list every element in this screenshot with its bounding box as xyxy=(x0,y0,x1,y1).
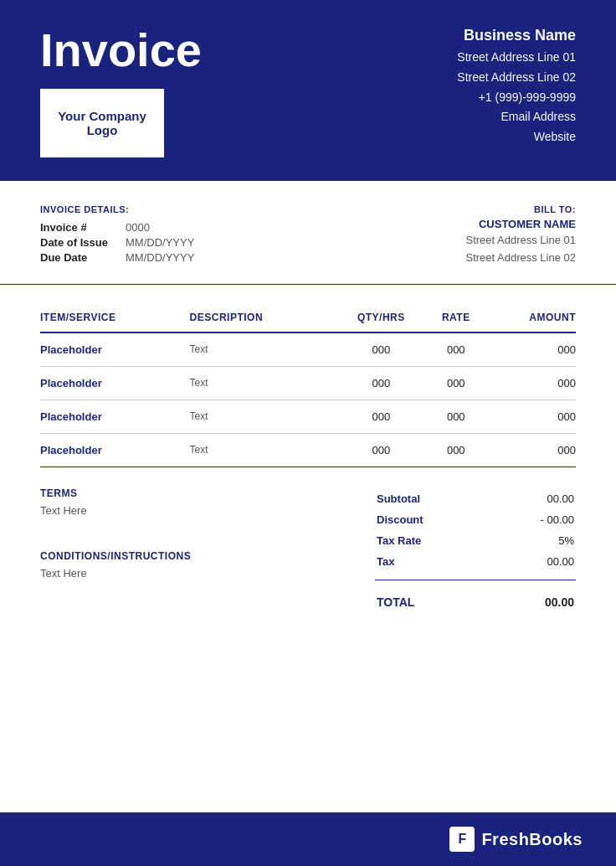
row-desc-0: Text xyxy=(190,332,335,367)
conditions-title: CONDITIONS/INSTRUCTIONS xyxy=(40,550,341,562)
page-footer: F FreshBooks xyxy=(0,812,616,866)
row-rate-0: 000 xyxy=(428,332,484,367)
conditions-text: Text Here xyxy=(40,567,341,580)
total-value: 00.00 xyxy=(489,589,574,612)
subtotal-label: Subtotal xyxy=(377,489,490,508)
table-row: Placeholder Text 000 000 000 xyxy=(40,366,576,399)
tax-rate-value: 5% xyxy=(491,531,574,550)
invoice-details: INVOICE DETAILS: Invoice # 0000 Date of … xyxy=(40,204,194,266)
row-desc-3: Text xyxy=(190,433,335,467)
discount-label: Discount xyxy=(377,510,490,529)
row-desc-1: Text xyxy=(190,366,335,399)
business-address2: Street Address Line 02 xyxy=(457,68,576,88)
due-date-row: Due Date MM/DD/YYYY xyxy=(40,251,194,264)
customer-name: CUSTOMER NAME xyxy=(465,218,576,230)
company-logo: Your Company Logo xyxy=(40,89,164,157)
terms-title: TERMS xyxy=(40,487,341,499)
row-amount-1: 000 xyxy=(484,366,576,399)
issue-date-row: Date of Issue MM/DD/YYYY xyxy=(40,236,194,249)
row-rate-1: 000 xyxy=(428,366,484,399)
details-section: INVOICE DETAILS: Invoice # 0000 Date of … xyxy=(0,181,616,285)
business-website: Website xyxy=(457,127,576,147)
customer-address1: Street Address Line 01 xyxy=(465,232,576,250)
row-rate-3: 000 xyxy=(428,433,484,467)
row-amount-2: 000 xyxy=(484,399,576,433)
table-header-row: ITEM/SERVICE DESCRIPTION QTY/HRS RATE AM… xyxy=(40,305,576,332)
bill-to-title: BILL TO: xyxy=(465,204,576,214)
row-desc-2: Text xyxy=(190,399,335,433)
freshbooks-logo: F FreshBooks xyxy=(449,827,583,852)
row-item-2: Placeholder xyxy=(40,399,190,433)
tax-rate-row: Tax Rate 5% xyxy=(377,531,574,550)
totals-divider xyxy=(375,580,576,580)
terms-conditions: TERMS Text Here CONDITIONS/INSTRUCTIONS … xyxy=(40,487,375,580)
invoice-number-value: 0000 xyxy=(126,221,150,234)
items-table: ITEM/SERVICE DESCRIPTION QTY/HRS RATE AM… xyxy=(40,305,576,467)
total-label: TOTAL xyxy=(377,589,487,612)
table-row: Placeholder Text 000 000 000 xyxy=(40,332,576,367)
tax-row: Tax 00.00 xyxy=(377,552,574,571)
totals-section: Subtotal 00.00 Discount - 00.00 Tax Rate… xyxy=(375,487,576,614)
row-item-1: Placeholder xyxy=(40,366,190,399)
due-date-value: MM/DD/YYYY xyxy=(126,251,194,264)
row-amount-0: 000 xyxy=(484,332,576,367)
due-date-label: Due Date xyxy=(40,251,116,264)
header-left: Invoice Your Company Logo xyxy=(40,27,202,157)
col-header-description: DESCRIPTION xyxy=(190,305,335,332)
bill-to-section: BILL TO: CUSTOMER NAME Street Address Li… xyxy=(465,204,576,267)
discount-row: Discount - 00.00 xyxy=(377,510,574,529)
page-header: Invoice Your Company Logo Business Name … xyxy=(0,0,616,181)
col-header-amount: AMOUNT xyxy=(484,305,576,332)
row-qty-0: 000 xyxy=(334,332,428,367)
col-header-qty: QTY/HRS xyxy=(334,305,428,332)
tax-label: Tax xyxy=(377,552,490,571)
issue-date-label: Date of Issue xyxy=(40,236,116,249)
business-phone: +1 (999)-999-9999 xyxy=(457,88,576,108)
freshbooks-icon: F xyxy=(449,827,475,852)
business-email: Email Address xyxy=(457,107,576,127)
col-header-item: ITEM/SERVICE xyxy=(40,305,190,332)
subtotal-value: 00.00 xyxy=(491,489,574,508)
business-address1: Street Address Line 01 xyxy=(457,48,576,68)
main-content: INVOICE DETAILS: Invoice # 0000 Date of … xyxy=(0,181,616,812)
tax-value: 00.00 xyxy=(491,552,574,571)
col-header-rate: RATE xyxy=(428,305,484,332)
row-amount-3: 000 xyxy=(484,433,576,467)
total-table: TOTAL 00.00 xyxy=(375,587,576,614)
discount-value: - 00.00 xyxy=(491,510,574,529)
row-qty-2: 000 xyxy=(334,399,428,433)
row-item-0: Placeholder xyxy=(40,332,190,367)
subtotal-row: Subtotal 00.00 xyxy=(377,489,574,508)
total-row: TOTAL 00.00 xyxy=(377,589,574,612)
business-name: Business Name xyxy=(457,27,576,44)
items-section: ITEM/SERVICE DESCRIPTION QTY/HRS RATE AM… xyxy=(0,285,616,467)
table-row: Placeholder Text 000 000 000 xyxy=(40,399,576,433)
row-item-3: Placeholder xyxy=(40,433,190,467)
customer-address2: Street Address Line 02 xyxy=(465,250,576,267)
invoice-title: Invoice xyxy=(40,27,202,74)
freshbooks-name: FreshBooks xyxy=(481,830,583,849)
row-qty-3: 000 xyxy=(334,433,428,467)
issue-date-value: MM/DD/YYYY xyxy=(126,236,194,249)
table-row: Placeholder Text 000 000 000 xyxy=(40,433,576,467)
tax-rate-label: Tax Rate xyxy=(377,531,490,550)
invoice-number-label: Invoice # xyxy=(40,221,116,234)
row-qty-1: 000 xyxy=(334,366,428,399)
invoice-details-title: INVOICE DETAILS: xyxy=(40,204,194,214)
header-right: Business Name Street Address Line 01 Str… xyxy=(457,27,576,147)
terms-block: TERMS Text Here xyxy=(40,487,341,517)
bottom-section: TERMS Text Here CONDITIONS/INSTRUCTIONS … xyxy=(0,467,616,641)
invoice-number-row: Invoice # 0000 xyxy=(40,221,194,234)
terms-text: Text Here xyxy=(40,504,341,517)
conditions-block: CONDITIONS/INSTRUCTIONS Text Here xyxy=(40,550,341,580)
row-rate-2: 000 xyxy=(428,399,484,433)
totals-table: Subtotal 00.00 Discount - 00.00 Tax Rate… xyxy=(375,487,576,573)
